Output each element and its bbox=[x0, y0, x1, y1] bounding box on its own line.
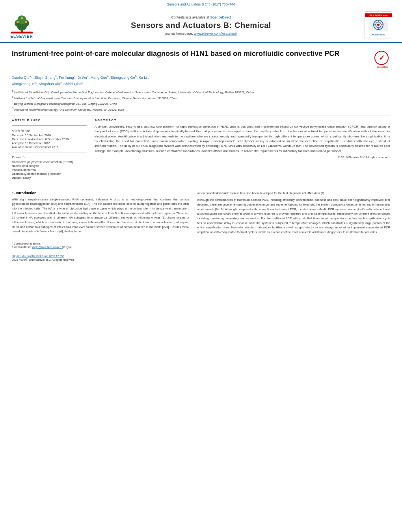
keyword-1: Nucleic acid analysis bbox=[12, 164, 87, 168]
affil-a: a Institute of Microfluidic Chip Develop… bbox=[12, 89, 390, 95]
keyword-0: Convective polymerase chain reaction (CP… bbox=[12, 160, 87, 164]
info-divider bbox=[12, 125, 87, 126]
contents-available-line: Contents lists available at ScienceDirec… bbox=[43, 15, 359, 19]
section-divider-2 bbox=[12, 185, 390, 185]
article-body: Instrument-free point-of-care molecular … bbox=[0, 43, 402, 267]
svg-rect-8 bbox=[11, 32, 33, 33]
elsevier-tree-icon bbox=[11, 12, 33, 33]
history-item-2: Accepted 10 December 2016 bbox=[12, 141, 87, 145]
keyword-4: Dipstick assay bbox=[12, 176, 87, 180]
intro-paragraph-2: assay based microfluidic system has also… bbox=[197, 191, 390, 196]
doi-link[interactable]: http://dx.doi.org/10.1016/j.snb.2016.12.… bbox=[12, 255, 64, 258]
affil-d: d Institute of Micro/Nanotechnology, Old… bbox=[12, 106, 390, 112]
abstract-col: ABSTRACT A simple, convenient, easy-to-u… bbox=[95, 119, 390, 180]
svg-point-7 bbox=[20, 17, 23, 20]
keywords-label: Keywords: bbox=[12, 156, 87, 159]
crossmark-label: CrossMark bbox=[374, 66, 390, 68]
introduction-section: 1. Introduction With eight negative-sens… bbox=[12, 191, 390, 261]
svg-point-5 bbox=[16, 21, 19, 23]
author-second-line: Xiangzhong Yec, Ningshao Xiab, Shizhi Qi… bbox=[12, 82, 83, 86]
history-item-1: Received in revised form 6 December 2016 bbox=[12, 137, 87, 141]
journal-reference-text: Sensors and Actuators B 243 (2017) 738–7… bbox=[167, 2, 235, 6]
article-title-section: Instrument-free point-of-care molecular … bbox=[12, 49, 390, 70]
sciencedirect-link[interactable]: ScienceDirect bbox=[210, 15, 231, 19]
keyword-3: Chemically-heated thermal processor bbox=[12, 172, 87, 176]
section-divider-1 bbox=[12, 115, 390, 115]
corresponding-author-note: * Corresponding author. bbox=[12, 242, 189, 245]
footer-section: * Corresponding author. E-mail address: … bbox=[12, 240, 189, 261]
crossmark-icon: ✓ bbox=[374, 51, 389, 65]
email-link[interactable]: xbqiu@mail.buct.edu.cn bbox=[32, 246, 62, 248]
article-info-label: ARTICLE INFO bbox=[12, 119, 87, 122]
abstract-text: A simple, convenient, easy-to-use, and l… bbox=[95, 124, 390, 154]
sensors-actuators-logo: SENSORS and ACTUATORS bbox=[363, 11, 394, 39]
article-history-label: Article history: bbox=[12, 129, 87, 132]
journal-main-title: Sensors and Actuators B: Chemical bbox=[43, 21, 359, 30]
author-xianbo-qiu: Xianbo Qiua,*, Shiyin Zhangb, Fei Xianga… bbox=[12, 76, 149, 80]
crossmark-logo: ✓ CrossMark bbox=[374, 51, 390, 68]
email-line: E-mail address: xbqiu@mail.buct.edu.cn (… bbox=[12, 246, 189, 248]
sensors-logo-image: SENSORS and ACTUATORS bbox=[365, 11, 392, 39]
article-info-abstract-section: ARTICLE INFO Article history: Received 1… bbox=[12, 119, 390, 180]
copyright-line: © 2016 Elsevier B.V. All rights reserved… bbox=[95, 156, 390, 159]
intro-left-col: 1. Introduction With eight negative-sens… bbox=[12, 191, 189, 261]
page-wrapper: Sensors and Actuators B 243 (2017) 738–7… bbox=[0, 0, 402, 532]
svg-point-6 bbox=[25, 21, 27, 23]
abstract-label: ABSTRACT bbox=[95, 119, 390, 122]
history-item-3: Available online 12 December 2016 bbox=[12, 145, 87, 149]
sensors-logo-top-bar: SENSORS and bbox=[365, 13, 392, 17]
authors-line: Xianbo Qiua,*, Shiyin Zhangb, Fei Xianga… bbox=[12, 74, 390, 87]
keywords-divider bbox=[12, 152, 87, 152]
journal-homepage: journal homepage: www.elsevier.com/locat… bbox=[43, 32, 359, 35]
article-info-col: ARTICLE INFO Article history: Received 1… bbox=[12, 119, 87, 180]
affiliations-block: a Institute of Microfluidic Chip Develop… bbox=[12, 89, 390, 112]
intro-two-col: 1. Introduction With eight negative-sens… bbox=[12, 191, 390, 261]
sensors-logo-bottom-text: ACTUATORS bbox=[372, 33, 385, 37]
article-title-text-block: Instrument-free point-of-care molecular … bbox=[12, 49, 368, 62]
journal-reference-bar: Sensors and Actuators B 243 (2017) 738–7… bbox=[0, 0, 402, 8]
email-person: (X. Qiu). bbox=[62, 246, 72, 248]
journal-header: ELSEVIER Contents lists available at Sci… bbox=[0, 8, 402, 43]
elsevier-logo: ELSEVIER bbox=[4, 12, 39, 39]
intro-right-col: assay based microfluidic system has also… bbox=[197, 191, 390, 261]
affil-c: c Beijing Wantai Biological Pharmacy Ent… bbox=[12, 100, 390, 106]
svg-point-12 bbox=[377, 24, 380, 26]
journal-title-block: Contents lists available at ScienceDirec… bbox=[39, 15, 363, 35]
elsevier-text: ELSEVIER bbox=[10, 34, 33, 39]
intro-paragraph-1: With eight negative-sense single-strande… bbox=[12, 197, 189, 234]
intro-section-heading: 1. Introduction bbox=[12, 191, 189, 195]
sensors-logo-icon bbox=[368, 19, 388, 31]
affil-b: b National Institute of Diagnostics and … bbox=[12, 95, 390, 100]
svg-point-4 bbox=[17, 15, 26, 24]
issn-text: 0925-4005/© 2016 Elsevier B.V. All right… bbox=[12, 258, 189, 261]
keyword-2: Pseudo-isothermal bbox=[12, 168, 87, 172]
intro-paragraph-3: Although the performances of microfluidi… bbox=[197, 198, 390, 234]
journal-homepage-link[interactable]: www.elsevier.com/locate/snb bbox=[194, 32, 237, 35]
history-item-0: Received 16 September 2016 bbox=[12, 133, 87, 137]
email-label: E-mail address: bbox=[12, 246, 31, 248]
article-title: Instrument-free point-of-care molecular … bbox=[12, 49, 368, 58]
